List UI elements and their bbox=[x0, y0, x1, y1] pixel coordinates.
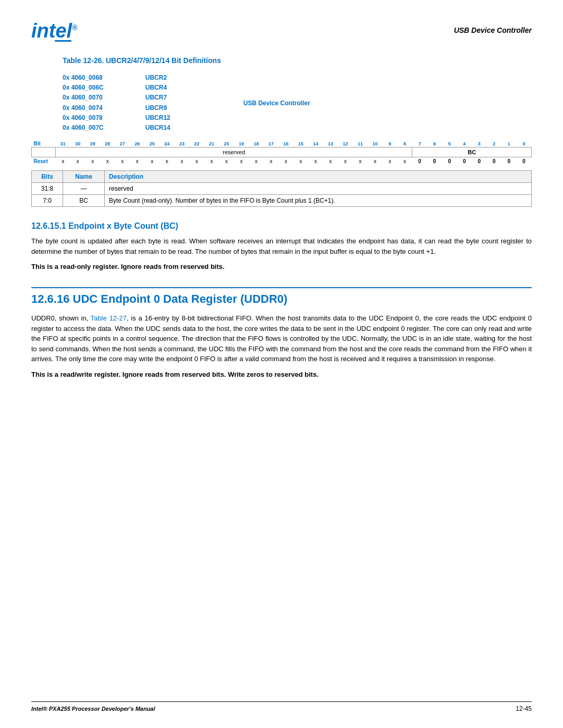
reset-val: x bbox=[368, 157, 383, 166]
reset-val: x bbox=[308, 157, 323, 166]
register-names-list: UBCR2 UBCR4 UBCR7 UBCR9 UBCR12 UBCR14 bbox=[145, 73, 170, 133]
reset-val: x bbox=[85, 157, 101, 166]
bit-num: 5 bbox=[442, 140, 457, 147]
footer-right: 12-45 bbox=[516, 705, 532, 712]
bit-num: 1 bbox=[501, 140, 517, 147]
reset-val: x bbox=[264, 157, 279, 166]
address-item: 0x 4060_0068 bbox=[63, 73, 104, 83]
field-bc: BC bbox=[412, 147, 532, 157]
bit-num: 19 bbox=[234, 140, 249, 147]
bit-num: 31 bbox=[56, 140, 71, 147]
bit-num: 24 bbox=[160, 140, 175, 147]
reset-val: x bbox=[175, 157, 190, 166]
bit-table-container: Bit 31 30 29 28 27 26 25 24 23 22 21 20 … bbox=[31, 140, 532, 165]
page-title: USB Device Controller bbox=[454, 26, 532, 34]
body-text-12615-2: This is a read-only register. Ignore rea… bbox=[31, 263, 532, 270]
address-list: 0x 4060_0068 0x 4060_006C 0x 4060_0070 0… bbox=[63, 73, 104, 133]
bit-num: 10 bbox=[368, 140, 383, 147]
register-name-item: UBCR9 bbox=[145, 103, 170, 113]
field-reserved: reserved bbox=[56, 147, 412, 157]
bit-num: 28 bbox=[100, 140, 115, 147]
reset-row: Reset x x x x x x x x x x x x x bbox=[32, 157, 532, 166]
bit-num: 8 bbox=[397, 140, 412, 147]
reset-val-zero: 0 bbox=[501, 157, 517, 166]
reset-val: x bbox=[204, 157, 219, 166]
bit-num: 18 bbox=[249, 140, 264, 147]
register-name-item: UBCR12 bbox=[145, 113, 170, 123]
desc-bits: 31:8 bbox=[32, 183, 63, 195]
bit-num: 3 bbox=[472, 140, 487, 147]
desc-row: 7:0 BC Byte Count (read-only). Number of… bbox=[32, 195, 532, 207]
section-heading-12615: 12.6.15.1 Endpoint x Byte Count (BC) bbox=[31, 221, 532, 231]
reset-val: x bbox=[383, 157, 398, 166]
register-name-item: UBCR7 bbox=[145, 93, 170, 103]
reset-val: x bbox=[353, 157, 368, 166]
intel-logo: intel® bbox=[31, 21, 77, 41]
bit-num: 25 bbox=[145, 140, 160, 147]
reset-val-zero: 0 bbox=[412, 157, 427, 166]
bit-num: 29 bbox=[85, 140, 101, 147]
bit-num: 26 bbox=[130, 140, 145, 147]
table-section: Table 12-26. UBCR2/4/7/9/12/14 Bit Defin… bbox=[31, 56, 532, 207]
col-desc-header: Description bbox=[105, 171, 532, 183]
table-link[interactable]: Table 12-27 bbox=[91, 314, 127, 322]
reset-val-zero: 0 bbox=[486, 157, 501, 166]
address-item: 0x 4060_007C bbox=[63, 123, 104, 133]
page-footer: Intel® PXA255 Processor Developer's Manu… bbox=[31, 701, 532, 712]
bit-num: 0 bbox=[516, 140, 531, 147]
bit-num: 20 bbox=[219, 140, 234, 147]
reset-val: x bbox=[338, 157, 353, 166]
reset-val: x bbox=[249, 157, 264, 166]
reset-val: x bbox=[70, 157, 85, 166]
field-row: reserved BC bbox=[32, 147, 532, 157]
desc-header-row: Bits Name Description bbox=[32, 171, 532, 183]
page: intel® USB Device Controller Table 12-26… bbox=[0, 0, 563, 728]
register-info: 0x 4060_0068 0x 4060_006C 0x 4060_0070 0… bbox=[31, 73, 532, 133]
body-text-12615-1: The byte count is updated after each byt… bbox=[31, 236, 532, 256]
reset-val: x bbox=[145, 157, 160, 166]
bit-num: 14 bbox=[308, 140, 323, 147]
register-name-item: UBCR14 bbox=[145, 123, 170, 133]
bit-num: 30 bbox=[70, 140, 85, 147]
body-text-1216-1: UDDR0, shown in, Table 12-27, is a 16-en… bbox=[31, 313, 532, 364]
col-name-header: Name bbox=[63, 171, 105, 183]
reset-val: x bbox=[234, 157, 249, 166]
page-header: intel® USB Device Controller bbox=[31, 21, 532, 41]
bit-num: 7 bbox=[412, 140, 427, 147]
footer-left: Intel® PXA255 Processor Developer's Manu… bbox=[31, 706, 155, 712]
register-name-item: UBCR2 bbox=[145, 73, 170, 83]
desc-row: 31:8 — reserved bbox=[32, 183, 532, 195]
reset-val-zero: 0 bbox=[427, 157, 442, 166]
address-item: 0x 4060_006C bbox=[63, 83, 104, 93]
reset-val: x bbox=[115, 157, 130, 166]
bit-register-table: Bit 31 30 29 28 27 26 25 24 23 22 21 20 … bbox=[31, 140, 532, 165]
reset-val: x bbox=[130, 157, 145, 166]
reset-val: x bbox=[397, 157, 412, 166]
reset-val: x bbox=[56, 157, 71, 166]
address-item: 0x 4060_0074 bbox=[63, 103, 104, 113]
bit-num: 13 bbox=[323, 140, 338, 147]
desc-bits: 7:0 bbox=[32, 195, 63, 207]
bit-num: 17 bbox=[264, 140, 279, 147]
reset-label: Reset bbox=[32, 157, 56, 166]
reset-val-zero: 0 bbox=[472, 157, 487, 166]
reset-val: x bbox=[278, 157, 293, 166]
bit-num: 27 bbox=[115, 140, 130, 147]
bit-num: 2 bbox=[486, 140, 501, 147]
section-heading-1216: 12.6.16 UDC Endpoint 0 Data Register (UD… bbox=[31, 287, 532, 306]
bit-num: 4 bbox=[457, 140, 472, 147]
desc-description: reserved bbox=[105, 183, 532, 195]
col-bits-header: Bits bbox=[32, 171, 63, 183]
reset-val-zero: 0 bbox=[457, 157, 472, 166]
description-table: Bits Name Description 31:8 — reserved 7:… bbox=[31, 170, 532, 207]
register-name-item: UBCR4 bbox=[145, 83, 170, 93]
body-text-1216-2: This is a read/write register. Ignore re… bbox=[31, 371, 532, 378]
reset-val: x bbox=[219, 157, 234, 166]
bit-num: 9 bbox=[383, 140, 398, 147]
bit-num: 11 bbox=[353, 140, 368, 147]
reset-val: x bbox=[100, 157, 115, 166]
reset-val: x bbox=[160, 157, 175, 166]
desc-name: — bbox=[63, 183, 105, 195]
reset-val-zero: 0 bbox=[442, 157, 457, 166]
bit-num: 16 bbox=[278, 140, 293, 147]
